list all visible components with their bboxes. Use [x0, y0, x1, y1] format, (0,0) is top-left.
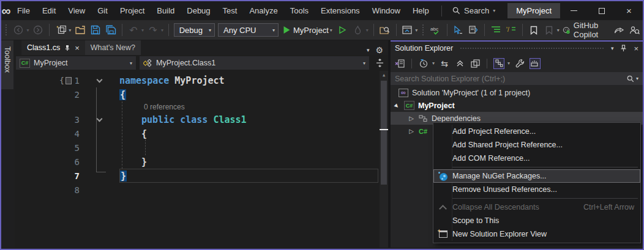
hot-reload-dropdown-icon[interactable]: ▾	[366, 28, 369, 33]
fold-toggle[interactable]	[80, 79, 119, 82]
editor-vertical-scrollbar[interactable]: ▲	[380, 71, 388, 248]
live-visual-tree-button[interactable]	[401, 24, 413, 36]
split-editor-icon[interactable]	[376, 59, 384, 67]
hot-reload-button[interactable]	[352, 24, 364, 36]
show-all-files-button[interactable]	[493, 58, 504, 69]
menu-project[interactable]: Project	[114, 1, 151, 20]
active-files-dropdown-icon[interactable]: ▾	[367, 47, 370, 53]
solution-platforms-combobox[interactable]: Any CPU ▾	[218, 23, 279, 37]
solution-explorer-search[interactable]: ▾	[391, 72, 643, 85]
minimize-button[interactable]	[560, 1, 588, 20]
solution-configurations-combobox[interactable]: Debug ▾	[174, 23, 215, 37]
properties-button[interactable]	[514, 58, 525, 69]
live-share-button[interactable]	[628, 24, 640, 36]
panel-drag-handle[interactable]	[460, 48, 604, 49]
menu-item-add-project-reference[interactable]: Add Project Reference...	[433, 125, 640, 138]
find-in-files-button[interactable]	[379, 24, 391, 36]
code-cleanup-button[interactable]	[467, 24, 479, 36]
fold-toggle[interactable]	[80, 119, 119, 121]
tab-whats-new[interactable]: What's New?	[85, 40, 141, 55]
start-debugging-button[interactable]: MyProject ▾	[282, 26, 334, 35]
search-icon[interactable]	[627, 75, 634, 83]
close-button[interactable]: ×	[615, 1, 643, 20]
navigate-backward-button[interactable]	[12, 24, 24, 36]
redo-dropdown-icon[interactable]: ▾	[161, 28, 163, 33]
toolbar-grip[interactable]	[422, 24, 424, 35]
pin-icon[interactable]	[620, 45, 627, 52]
toggle-bookmark-button[interactable]	[528, 24, 540, 36]
menu-item-add-com-reference[interactable]: Add COM Reference...	[433, 152, 640, 165]
menu-view[interactable]: View	[62, 1, 91, 20]
pending-changes-filter-button[interactable]	[418, 58, 429, 69]
undo-button[interactable]: ↶	[127, 24, 140, 36]
menu-item-new-solution-explorer-view[interactable]: ✦ New Solution Explorer View	[433, 227, 640, 241]
indent-lines-button[interactable]	[490, 24, 502, 36]
preview-selected-items-button[interactable]	[530, 58, 541, 69]
sync-with-active-document-button[interactable]: ⇆	[439, 58, 450, 69]
pin-icon[interactable]	[64, 45, 70, 51]
close-tab-icon[interactable]: ×	[75, 44, 80, 52]
start-without-debugging-button[interactable]	[337, 24, 349, 36]
go-to-definition-button[interactable]	[452, 24, 464, 36]
new-item-dropdown-icon[interactable]: ▾	[69, 28, 71, 33]
tab-class1-cs[interactable]: Class1.cs ×	[21, 40, 85, 55]
collapsed-arrow-icon[interactable]: ▷	[408, 128, 415, 134]
search-control[interactable]: Search ▾	[447, 6, 500, 15]
filter-dropdown-icon[interactable]: ▾	[432, 61, 435, 66]
save-all-button[interactable]	[105, 24, 117, 36]
tree-item-solution[interactable]: ∞ Solution 'MyProject' (1 of 1 project)	[391, 86, 643, 99]
toolbar-grip[interactable]	[6, 24, 7, 35]
redo-button[interactable]: ↷	[147, 24, 159, 36]
new-project-button[interactable]	[54, 24, 67, 36]
menu-window[interactable]: Window	[366, 1, 406, 20]
spell-check-button[interactable]: abc	[430, 24, 442, 36]
toolbox-tab[interactable]: Toolbox	[1, 40, 13, 89]
navigate-back-dropdown-icon[interactable]: ▾	[26, 28, 29, 33]
navigate-forward-button[interactable]	[32, 24, 44, 36]
menu-edit[interactable]: Edit	[36, 1, 62, 20]
github-copilot-button[interactable]: GitHub Copilot	[563, 21, 610, 39]
menu-item-manage-nuget-packages[interactable]: Manage NuGet Packages...	[433, 169, 640, 183]
menu-extensions[interactable]: Extensions	[315, 1, 366, 20]
menu-test[interactable]: Test	[217, 1, 244, 20]
switch-views-button[interactable]	[394, 58, 405, 69]
feedback-project-button[interactable]: MyProject	[507, 3, 560, 18]
expanded-arrow-icon[interactable]: ▶	[393, 102, 400, 109]
search-options-dropdown-icon[interactable]: ▾	[636, 76, 638, 81]
open-file-button[interactable]	[74, 24, 86, 36]
search-input[interactable]	[395, 75, 627, 83]
type-dropdown[interactable]: MyProject.Class1 ▾	[140, 56, 369, 70]
bookmark-dropdown-icon[interactable]: ▾	[557, 28, 560, 33]
collapse-all-button[interactable]	[454, 58, 465, 69]
run-dropdown-icon[interactable]: ▾	[330, 28, 332, 33]
editor-options-gear-icon[interactable]: ⚙	[375, 45, 383, 55]
collapsed-arrow-icon[interactable]: ▷	[408, 115, 415, 122]
show-all-files-dropdown-icon[interactable]: ▾	[507, 61, 510, 66]
menu-build[interactable]: Build	[151, 1, 181, 20]
undo-dropdown-icon[interactable]: ▾	[141, 28, 144, 33]
scroll-up-icon[interactable]: ▲	[380, 73, 388, 78]
preview-code-button[interactable]	[470, 58, 481, 69]
menu-debug[interactable]: Debug	[181, 1, 216, 20]
menu-item-remove-unused-references[interactable]: Remove Unused References...	[433, 183, 640, 196]
comment-lines-button[interactable]: '/	[505, 24, 517, 36]
menu-git[interactable]: Git	[91, 1, 114, 20]
menu-analyze[interactable]: Analyze	[243, 1, 283, 20]
menu-help[interactable]: Help	[406, 1, 435, 20]
window-dropdown-icon[interactable]: ▾	[415, 28, 417, 33]
project-dropdown[interactable]: C# MyProject ▾	[16, 56, 136, 70]
code-editor[interactable]: { 1 namespace MyProject 2 {	[15, 71, 388, 248]
menu-item-add-shared-project-reference[interactable]: Add Shared Project Reference...	[433, 138, 640, 152]
close-panel-icon[interactable]: ×	[634, 44, 638, 53]
codelens-references[interactable]: 0 references	[15, 101, 380, 112]
menu-item-scope-to-this[interactable]: Scope to This	[433, 214, 640, 227]
save-button[interactable]	[89, 24, 102, 36]
maximize-button[interactable]	[588, 1, 615, 20]
menu-file[interactable]: File	[11, 1, 36, 20]
tree-item-project[interactable]: ▶ C# MyProject	[391, 99, 643, 112]
previous-bookmark-button[interactable]	[543, 24, 555, 36]
menu-tools[interactable]: Tools	[284, 1, 315, 20]
share-button[interactable]	[613, 24, 625, 36]
scrollbar-thumb[interactable]	[381, 81, 387, 185]
window-position-dropdown-icon[interactable]: ▾	[611, 45, 614, 51]
